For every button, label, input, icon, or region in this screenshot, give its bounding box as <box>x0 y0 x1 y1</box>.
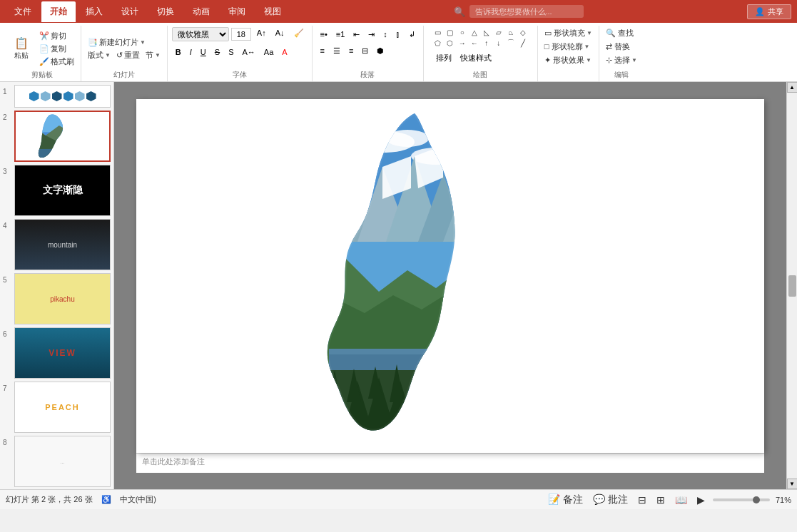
shape-oval[interactable]: ○ <box>457 27 468 37</box>
slide-num-5: 5 <box>3 273 11 284</box>
tab-review[interactable]: 审阅 <box>220 1 254 22</box>
replace-button[interactable]: ⇄ 替换 <box>604 41 632 53</box>
slide-preview-8[interactable]: ... <box>14 436 111 487</box>
copy-button[interactable]: 📄复制 <box>37 43 76 55</box>
slide-sorter-button[interactable]: ⊞ <box>654 493 667 506</box>
shape-para[interactable]: ▱ <box>493 27 504 37</box>
font-family-select[interactable]: 微软雅黑 <box>172 27 229 41</box>
shape-arrow-d[interactable]: ↓ <box>493 38 504 48</box>
scroll-up-arrow[interactable]: ▲ <box>787 82 798 93</box>
tab-home[interactable]: 开始 <box>41 1 76 22</box>
scroll-down-arrow[interactable]: ▼ <box>787 479 798 489</box>
format-painter-button[interactable]: 🖌️格式刷 <box>37 56 76 68</box>
slide-preview-3[interactable]: 文字渐隐 <box>14 165 111 216</box>
notes-button[interactable]: 📝 备注 <box>546 493 585 507</box>
tab-transitions[interactable]: 切换 <box>148 1 183 22</box>
font-size-input[interactable] <box>231 28 251 41</box>
strikethrough-button[interactable]: S <box>211 45 223 59</box>
slide-thumb-2[interactable]: 2 <box>3 111 111 162</box>
zoom-thumb[interactable] <box>753 496 760 503</box>
comments-button[interactable]: 💬 批注 <box>591 493 630 507</box>
slide-thumb-1[interactable]: 1 <box>3 85 111 108</box>
slides-panel[interactable]: 1 2 <box>0 82 114 489</box>
shape-triangle[interactable]: △ <box>469 27 480 37</box>
slide-thumb-7[interactable]: 7 PEACH <box>3 382 111 433</box>
tab-view[interactable]: 视图 <box>255 1 290 22</box>
slides-buttons: 📑新建幻灯片▼ 版式▼ ↺重置 节▼ <box>86 27 163 70</box>
bullet-list-button[interactable]: ≡• <box>317 27 331 41</box>
cut-button[interactable]: ✂️剪切 <box>37 30 76 42</box>
increase-indent-button[interactable]: ⇥ <box>365 27 378 41</box>
layout-button[interactable]: 版式▼ <box>86 49 113 61</box>
slide-preview-6[interactable]: VIEW <box>14 327 111 379</box>
slide-thumb-6[interactable]: 6 VIEW <box>3 327 111 379</box>
new-slide-button[interactable]: 📑新建幻灯片▼ <box>86 36 163 48</box>
clear-format-button[interactable]: 🧹 <box>290 27 308 41</box>
notes-bar[interactable]: 单击此处添加备注 <box>136 453 764 473</box>
tab-insert[interactable]: 插入 <box>77 1 111 22</box>
shape-line[interactable]: ╱ <box>517 38 529 48</box>
search-input[interactable] <box>469 5 584 18</box>
clipboard-buttons: 📋 粘贴 ✂️剪切 📄复制 🖌️格式刷 <box>7 27 76 70</box>
font-increase-button[interactable]: A↑ <box>253 27 270 41</box>
slideshow-button[interactable]: ▶ <box>695 493 707 506</box>
line-spacing-button[interactable]: ↕ <box>380 27 391 41</box>
scroll-thumb[interactable] <box>788 275 796 297</box>
font-decrease-button[interactable]: A↓ <box>272 27 288 41</box>
shape-arrow-l[interactable]: ← <box>469 38 480 48</box>
select-button[interactable]: ⊹ 选择 ▼ <box>604 54 639 66</box>
column-button[interactable]: ⫿ <box>392 27 404 41</box>
slide-preview-7[interactable]: PEACH <box>14 382 111 433</box>
shape-penta[interactable]: ⬠ <box>432 38 444 48</box>
smartart-button[interactable]: ⬢ <box>373 44 387 58</box>
tab-animations[interactable]: 动画 <box>184 1 218 22</box>
shape-diamond[interactable]: ◇ <box>517 27 529 37</box>
font-color-button[interactable]: A <box>278 45 290 59</box>
slide-preview-4[interactable]: mountain <box>14 219 111 270</box>
paste-button[interactable]: 📋 粘贴 <box>7 34 36 63</box>
shape-trap[interactable]: ⏢ <box>505 27 517 37</box>
slide-thumb-5[interactable]: 5 pikachu <box>3 273 111 324</box>
slide-preview-2[interactable] <box>14 111 111 162</box>
shape-rect[interactable]: ▭ <box>432 27 444 37</box>
shape-hex[interactable]: ⬡ <box>445 38 456 48</box>
arrange-button[interactable]: 排列 <box>432 51 455 65</box>
reset-button[interactable]: ↺重置 <box>114 49 142 61</box>
decrease-indent-button[interactable]: ⇤ <box>350 27 363 41</box>
tab-design[interactable]: 设计 <box>113 1 147 22</box>
bold-button[interactable]: B <box>172 45 185 59</box>
shape-fill-button[interactable]: ▭ 形状填充 ▼ <box>542 27 594 39</box>
align-center-button[interactable]: ☰ <box>330 44 344 58</box>
font-size-btn[interactable]: Aa <box>260 45 277 59</box>
tab-file[interactable]: 文件 <box>6 1 40 22</box>
italic-button[interactable]: I <box>186 45 196 59</box>
shape-rounded[interactable]: ▢ <box>445 27 456 37</box>
shape-curve[interactable]: ⌒ <box>505 38 517 48</box>
zoom-slider[interactable] <box>713 498 770 501</box>
find-button[interactable]: 🔍 查找 <box>604 27 636 39</box>
shape-rtriangle[interactable]: ◺ <box>481 27 492 37</box>
align-justify-button[interactable]: ⊟ <box>358 44 372 58</box>
text-direction-button[interactable]: ↲ <box>405 27 419 41</box>
shadow-button[interactable]: S <box>225 45 237 59</box>
shape-effect-button[interactable]: ✦ 形状效果 ▼ <box>542 54 594 66</box>
normal-view-button[interactable]: ⊟ <box>636 493 649 506</box>
shape-arrow-u[interactable]: ↑ <box>481 38 492 48</box>
slide-thumb-3[interactable]: 3 文字渐隐 <box>3 165 111 216</box>
quick-styles-button[interactable]: 快速样式 <box>457 51 495 65</box>
slide-thumb-8[interactable]: 8 ... <box>3 436 111 487</box>
underline-button[interactable]: U <box>197 45 210 59</box>
reading-view-button[interactable]: 📖 <box>673 493 689 506</box>
slide-preview-5[interactable]: pikachu <box>14 273 111 324</box>
shape-outline-button[interactable]: □ 形状轮廓 ▼ <box>542 41 592 53</box>
share-button[interactable]: 👤 共享 <box>747 4 791 19</box>
align-right-button[interactable]: ≡ <box>345 44 357 58</box>
shape-arrow-r[interactable]: → <box>457 38 468 48</box>
char-spacing-button[interactable]: A↔ <box>239 45 259 59</box>
numbered-list-button[interactable]: ≡1 <box>332 27 349 41</box>
slide-thumb-4[interactable]: 4 mountain <box>3 219 111 270</box>
slide-preview-1[interactable] <box>14 85 111 108</box>
section-button[interactable]: 节▼ <box>143 49 163 61</box>
slide-canvas[interactable] <box>136 99 764 453</box>
align-left-button[interactable]: ≡ <box>317 44 328 58</box>
